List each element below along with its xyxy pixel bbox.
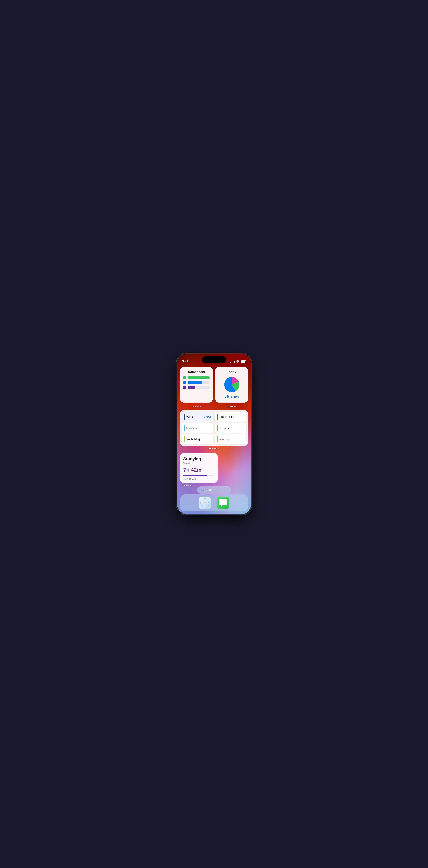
studying-week: Week 44 bbox=[183, 462, 214, 465]
goal-row-1: ✓ bbox=[183, 376, 210, 379]
studying-name: Studying bbox=[219, 438, 244, 441]
work-time: 37:42 bbox=[204, 415, 211, 418]
work-color-bar bbox=[184, 414, 185, 420]
svg-text:E: E bbox=[208, 502, 209, 503]
widgets-row-1: Daily goals ✓ bbox=[180, 367, 248, 403]
goal-dot-1 bbox=[183, 376, 186, 379]
timeline-item-exercise[interactable]: Exercise bbox=[215, 423, 247, 433]
search-icon: 🔍 bbox=[201, 489, 204, 492]
freelancing-name: Freelancing bbox=[219, 415, 244, 418]
svg-text:W: W bbox=[201, 502, 202, 503]
today-title: Today bbox=[218, 370, 245, 374]
exercise-name: Exercise bbox=[219, 427, 244, 430]
dock: N S E W bbox=[180, 494, 248, 512]
today-pie-chart bbox=[218, 376, 245, 393]
goal-bar-1: ✓ bbox=[188, 376, 210, 379]
goal-check-1: ✓ bbox=[207, 377, 209, 379]
studying-duration: 7h 42m bbox=[183, 467, 214, 473]
studying-progress-fill bbox=[183, 475, 207, 476]
socializing-name: Socializing bbox=[186, 438, 211, 441]
studying-percent-label: 77% of 10h bbox=[183, 477, 214, 480]
phone-screen: 9:41 bbox=[177, 354, 251, 514]
studying-progress-bar bbox=[183, 475, 214, 476]
wifi-icon bbox=[236, 360, 239, 363]
daily-goals-title: Daily goals bbox=[183, 370, 210, 374]
goal-row-3 bbox=[183, 386, 210, 389]
goal-bar-2 bbox=[188, 381, 210, 384]
socializing-color-bar bbox=[184, 436, 185, 442]
svg-text:S: S bbox=[205, 505, 205, 506]
timelines-grid-widget[interactable]: Work 37:42 Freelancing Hobbies bbox=[180, 410, 248, 446]
daily-goals-label: Timelines bbox=[191, 405, 202, 408]
studying-color-bar bbox=[217, 436, 218, 442]
today-label: Timelines bbox=[226, 405, 237, 408]
studying-widget-title: Studying bbox=[183, 457, 214, 461]
status-time: 9:41 bbox=[182, 360, 188, 363]
phone-device: 9:41 bbox=[177, 354, 251, 514]
search-label: Search bbox=[206, 488, 215, 492]
widget-labels-row-1: Timelines Timelines bbox=[180, 405, 248, 408]
goal-dot-3 bbox=[183, 386, 186, 389]
goal-dot-2 bbox=[183, 381, 186, 384]
timeline-item-work[interactable]: Work 37:42 bbox=[182, 411, 214, 422]
timeline-item-studying[interactable]: Studying bbox=[215, 434, 247, 444]
exercise-color-bar bbox=[217, 425, 218, 431]
hobbies-color-bar bbox=[184, 425, 185, 431]
safari-app-icon[interactable]: N S E W bbox=[199, 497, 211, 509]
freelancing-color-bar bbox=[217, 414, 218, 420]
battery-icon bbox=[241, 361, 246, 363]
hobbies-name: Hobbies bbox=[186, 427, 211, 430]
today-time: 2h 13m bbox=[218, 395, 245, 400]
timeline-item-socializing[interactable]: Socializing bbox=[182, 434, 214, 444]
timeline-item-freelancing[interactable]: Freelancing bbox=[215, 411, 247, 422]
timelines-grid-label: Timelines bbox=[209, 447, 219, 450]
daily-goals-widget[interactable]: Daily goals ✓ bbox=[180, 367, 213, 403]
dynamic-island bbox=[202, 356, 226, 363]
timeline-item-hobbies[interactable]: Hobbies bbox=[182, 423, 214, 433]
studying-detail-widget[interactable]: Studying Week 44 7h 42m 77% of 10h bbox=[180, 453, 218, 483]
today-widget[interactable]: Today 2h 13m bbox=[215, 367, 248, 403]
studying-widget-label: Timelines bbox=[182, 484, 193, 487]
messages-app-icon[interactable] bbox=[217, 497, 229, 509]
goal-row-2 bbox=[183, 381, 210, 384]
goal-bar-3 bbox=[188, 386, 210, 389]
timelines-grid: Work 37:42 Freelancing Hobbies bbox=[182, 411, 247, 444]
svg-text:N: N bbox=[205, 499, 205, 501]
status-icons bbox=[231, 360, 246, 363]
signal-icon bbox=[231, 361, 235, 363]
work-name: Work bbox=[186, 415, 202, 418]
search-bar[interactable]: 🔍 Search bbox=[197, 487, 231, 494]
